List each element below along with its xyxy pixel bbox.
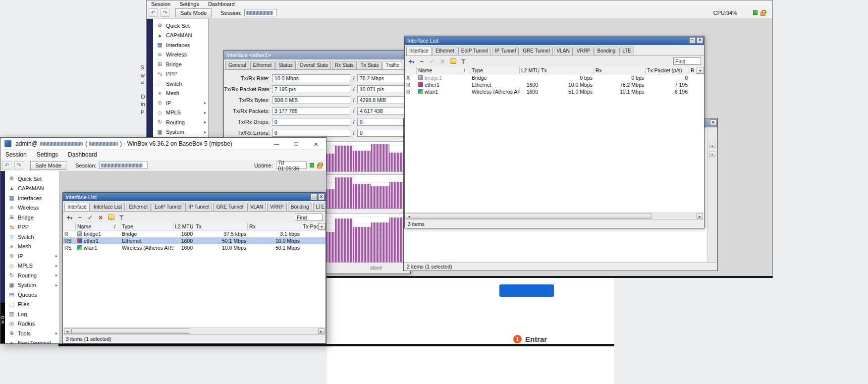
tab-lte[interactable]: LTE <box>313 203 326 211</box>
disable-button[interactable] <box>439 57 446 65</box>
scroll-down-button[interactable] <box>709 152 715 157</box>
comment-button[interactable] <box>449 57 456 65</box>
column-rx[interactable]: Rx <box>248 223 301 230</box>
column-l2mtu[interactable]: L2 MTU <box>173 223 194 230</box>
sidebar-item-log[interactable]: Log <box>5 309 59 319</box>
column-flags[interactable] <box>405 67 417 74</box>
sidebar-item-new-terminal[interactable]: New Terminal <box>5 338 59 344</box>
sidebar-item-ip[interactable]: IP <box>5 251 59 261</box>
tab-vlan[interactable]: VLAN <box>554 47 573 55</box>
sidebar-item-routing[interactable]: Routing <box>153 117 208 127</box>
titlebar[interactable]: Interface <ether1> <box>224 51 410 59</box>
sidebar-item-quick-set[interactable]: Quick Set <box>5 174 59 184</box>
comment-button[interactable] <box>108 214 114 221</box>
vertical-scrollbar[interactable] <box>707 128 717 262</box>
tab-status[interactable]: Status <box>275 61 295 69</box>
column-flags[interactable] <box>63 223 76 230</box>
restore-button[interactable] <box>689 37 696 44</box>
titlebar[interactable]: admin@ ( ) - WinBox v6.36.2 on BaseBox 5… <box>0 138 326 150</box>
undo-button[interactable] <box>149 8 158 17</box>
sidebar-item-interfaces[interactable]: Interfaces <box>153 40 208 50</box>
column-select-button[interactable] <box>318 223 326 230</box>
tab-vlan[interactable]: VLAN <box>247 203 266 211</box>
find-input[interactable] <box>295 214 323 221</box>
close-button[interactable] <box>306 138 326 150</box>
tab-interface[interactable]: Interface <box>406 47 432 55</box>
sidebar-item-mpls[interactable]: MPLS <box>5 261 59 271</box>
tab-ethernet[interactable]: Ethernet <box>126 203 151 211</box>
tab-ethernet[interactable]: Ethernet <box>433 47 457 55</box>
column-tx-packet[interactable]: Tx Packet (p/s) <box>646 67 689 74</box>
filter-button[interactable] <box>118 214 125 221</box>
sidebar-item-capsman[interactable]: CAPsMAN <box>153 31 208 41</box>
column-rx[interactable]: Rx <box>594 67 646 74</box>
menu-session[interactable]: Session <box>0 151 32 158</box>
sidebar-item-wireless[interactable]: Wireless <box>5 203 59 213</box>
enable-button[interactable] <box>87 214 94 221</box>
column-select-button[interactable] <box>697 67 704 74</box>
tab-ip-tunnel[interactable]: IP Tunnel <box>492 47 519 55</box>
undo-button[interactable] <box>2 161 11 169</box>
tab-interface[interactable]: Interface <box>64 203 90 212</box>
page-entrar-control[interactable]: 1 Entrar <box>513 335 547 343</box>
tab-tx-stats[interactable]: Tx Stats <box>358 61 382 69</box>
table-row-wlan1[interactable]: R wlan1 Wireless (Atheros AR9... 1600 51… <box>405 88 704 95</box>
remove-button[interactable] <box>418 57 425 65</box>
sidebar-item-mesh[interactable]: Mesh <box>5 242 59 252</box>
page-blue-button[interactable] <box>499 284 554 297</box>
sidebar-item-mpls[interactable]: MPLS <box>153 108 208 118</box>
column-l2mtu[interactable]: L2 MTU <box>520 67 540 74</box>
sidebar-item-queues[interactable]: Queues <box>5 290 59 300</box>
tab-eoip-tunnel[interactable]: EoIP Tunnel <box>152 203 184 211</box>
menu-settings[interactable]: Settings <box>175 1 204 7</box>
filter-button[interactable] <box>460 57 467 65</box>
close-button[interactable] <box>697 37 703 44</box>
add-button[interactable]: + <box>66 214 73 221</box>
find-input[interactable] <box>673 57 701 65</box>
tab-overall-stats[interactable]: Overall Stats <box>297 61 331 69</box>
sidebar-item-tools[interactable]: Tools <box>5 329 59 338</box>
sidebar-item-bridge[interactable]: Bridge <box>153 59 208 69</box>
scroll-left-button[interactable] <box>64 329 70 334</box>
table-row-ether1-selected[interactable]: RS ether1 Ethernet 1600 50.1 Mbps 10.0 M… <box>63 237 326 244</box>
redo-button[interactable] <box>14 161 23 169</box>
column-type[interactable]: Type <box>470 67 520 74</box>
redo-button[interactable] <box>161 8 169 17</box>
restore-button[interactable] <box>311 194 317 200</box>
scrollbar-thumb[interactable] <box>71 329 189 334</box>
tab-eoip-tunnel[interactable]: EoIP Tunnel <box>458 47 491 55</box>
scrollbar-thumb[interactable] <box>413 214 651 219</box>
scroll-left-button[interactable] <box>406 214 412 219</box>
sidebar-item-radius[interactable]: Radius <box>5 319 59 329</box>
session-input[interactable] <box>244 9 277 16</box>
column-tx[interactable]: Tx <box>540 67 594 74</box>
scroll-up-button[interactable] <box>709 143 715 148</box>
menu-session[interactable]: Session <box>147 1 175 7</box>
close-button[interactable] <box>318 194 325 200</box>
close-button[interactable] <box>710 119 716 126</box>
tab-ip-tunnel[interactable]: IP Tunnel <box>185 203 212 211</box>
tab-rx-stats[interactable]: Rx Stats <box>332 61 357 69</box>
sidebar-item-ppp[interactable]: PPP <box>5 222 59 232</box>
remove-button[interactable] <box>76 214 83 221</box>
safe-mode-button[interactable]: Safe Mode <box>175 8 212 17</box>
maximize-button[interactable] <box>286 138 306 150</box>
sidebar-item-ip[interactable]: IP <box>153 98 208 108</box>
table-row-wlan1[interactable]: RS wlan1 Wireless (Atheros AR9... 1600 1… <box>63 244 326 251</box>
menu-dashboard[interactable]: Dashboard <box>63 151 102 158</box>
column-type[interactable]: Type <box>120 223 173 230</box>
tab-gre-tunnel[interactable]: GRE Tunnel <box>520 47 552 55</box>
sidebar-item-switch[interactable]: Switch <box>5 232 59 242</box>
horizontal-scrollbar[interactable] <box>405 213 704 219</box>
titlebar[interactable]: Interface List <box>405 36 704 45</box>
scroll-right-button[interactable] <box>318 329 325 334</box>
sidebar-item-quick-set[interactable]: Quick Set <box>153 21 208 31</box>
safe-mode-button[interactable]: Safe Mode <box>30 161 66 170</box>
add-button[interactable]: + <box>408 57 415 65</box>
scroll-right-button[interactable] <box>697 214 703 219</box>
tab-interface-list[interactable]: Interface List <box>91 203 125 211</box>
sidebar-item-wireless[interactable]: Wireless <box>153 50 208 60</box>
sidebar-item-interfaces[interactable]: Interfaces <box>5 193 59 203</box>
sidebar-item-system[interactable]: System <box>5 280 59 290</box>
column-name[interactable]: Name/ <box>417 67 470 74</box>
